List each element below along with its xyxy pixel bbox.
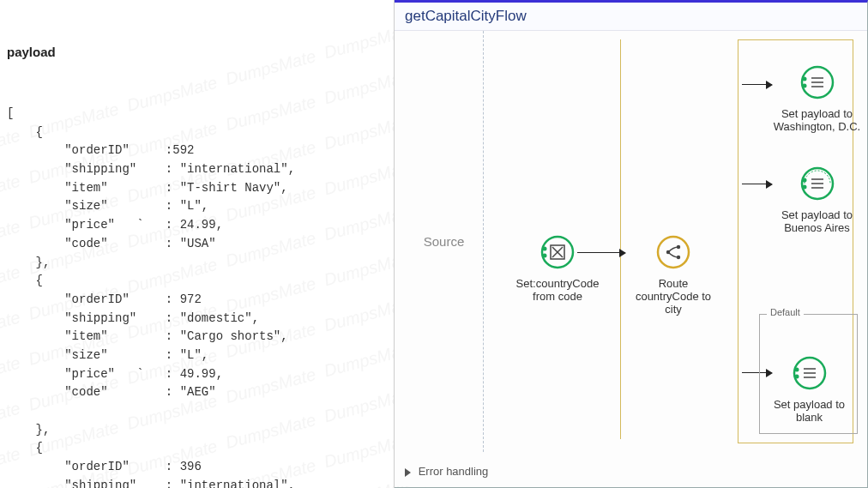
error-handling-toggle[interactable]: Error handling	[405, 465, 488, 478]
svg-point-5	[543, 254, 547, 258]
arrow-branch-2	[742, 184, 772, 184]
set-variable-icon	[540, 235, 575, 269]
set-payload-icon	[793, 356, 827, 390]
payload-panel: payload [ { "orderID" :592 "shipping" : …	[0, 0, 395, 488]
source-column[interactable]: Source	[405, 31, 484, 452]
flow-title: getCapitalCityFlow	[395, 3, 867, 31]
set-variable-node[interactable]: Set:countryCode from code	[510, 235, 605, 303]
svg-point-26	[794, 368, 799, 372]
router-column-line	[620, 39, 621, 439]
arrow-setvar-to-router	[577, 252, 625, 253]
payload-title: payload	[7, 42, 387, 62]
branch-node-1[interactable]: Set payload to Washington, D.C.	[772, 65, 862, 133]
set-variable-label: Set:countryCode from code	[510, 277, 605, 303]
branch-label-3: Set payload to blank	[764, 398, 854, 424]
svg-point-15	[802, 84, 806, 88]
error-handling-label: Error handling	[419, 465, 489, 478]
default-tag: Default	[767, 307, 804, 317]
router-icon	[656, 235, 690, 269]
set-payload-icon	[800, 65, 835, 99]
branch-node-2[interactable]: Set payload to Buenos Aires	[772, 166, 862, 234]
flow-canvas[interactable]: Source Set:countryCode from code	[395, 31, 867, 486]
collapse-right-icon	[405, 468, 411, 477]
svg-point-27	[794, 375, 799, 379]
svg-point-20	[802, 178, 806, 183]
arrow-branch-1	[742, 84, 772, 85]
svg-point-6	[658, 237, 689, 268]
source-label: Source	[424, 234, 465, 249]
router-node[interactable]: Route countryCode to city	[626, 235, 720, 316]
flow-panel: getCapitalCityFlow Source Set:countryCod…	[395, 0, 868, 488]
set-payload-icon	[800, 166, 835, 201]
svg-point-4	[543, 247, 547, 251]
svg-point-14	[802, 77, 806, 81]
default-branch-box: Default Set payload to blank	[759, 314, 858, 434]
router-label: Route countryCode to city	[626, 277, 720, 316]
branch-label-1: Set payload to Washington, D.C.	[772, 107, 862, 133]
payload-code: [ { "orderID" :592 "shipping" : "interna…	[7, 105, 387, 488]
branch-node-3[interactable]: Set payload to blank	[764, 356, 854, 424]
svg-point-21	[802, 185, 806, 190]
branch-label-2: Set payload to Buenos Aires	[772, 208, 862, 234]
